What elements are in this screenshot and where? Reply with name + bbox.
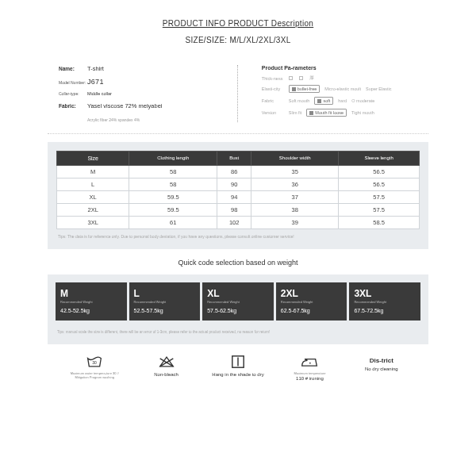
fiber-note: Acrylic fiber 24% spandex 4%	[59, 117, 223, 122]
iron-icon	[275, 354, 344, 370]
weight-tips: Tips: manual scale the size is different…	[56, 325, 420, 336]
param-option: Soft mouth	[289, 98, 310, 103]
care-text: Mitigation Program washing	[60, 376, 129, 379]
table-row: 3XL611023958.5	[57, 216, 420, 228]
table-cell: 58	[129, 178, 217, 190]
weight-card: LRecommended Weight52.5-57.5kg	[129, 282, 201, 321]
weight-label: Recommended Weight	[134, 301, 196, 304]
weight-size: M	[60, 288, 122, 299]
wash-icon: 30	[60, 354, 129, 370]
weight-range: 52.5-57.5kg	[134, 308, 196, 313]
divider	[48, 133, 428, 134]
table-cell: 59.5	[129, 190, 217, 203]
parameters-title: Product Pa-rameters	[262, 65, 428, 71]
weight-container: MRecommended Weight42.5-52.5kgLRecommend…	[48, 274, 428, 344]
table-header: Sleeve length	[339, 151, 420, 165]
weight-card: 3XLRecommended Weight67.5-72.5kg	[349, 282, 420, 321]
care-bleach: Non-bleach	[130, 354, 202, 381]
param-row: VersionSlim fitMouth fit looseTight mout…	[262, 109, 428, 117]
care-dry: Hang in the shade to dry	[202, 354, 274, 381]
size-line: SIZE/SIZE: M/L/XL/2XL/3XL	[48, 36, 428, 44]
param-option	[289, 76, 294, 80]
table-header: Clothing length	[129, 151, 217, 165]
no-bleach-icon	[132, 354, 200, 370]
page-title: PRODUCT INFO PRODUCT Description	[48, 19, 428, 28]
model-label: Model Number:	[59, 81, 87, 86]
table-cell: 57.5	[339, 190, 420, 203]
weight-label: Recommended Weight	[207, 301, 269, 304]
param-label: Version	[262, 110, 289, 115]
param-label: Thick-ness	[262, 76, 289, 81]
quick-heading: Quick code selection based on weight	[48, 259, 428, 267]
table-cell: 98	[217, 203, 251, 216]
hang-dry-icon	[204, 354, 272, 370]
weight-range: 62.5-67.5kg	[281, 308, 343, 313]
weight-label: Recommended Weight	[281, 301, 343, 304]
param-row: Elasti-citybullet-freeMicro-elastic moul…	[262, 85, 428, 93]
table-cell: XL	[57, 190, 129, 203]
table-cell: M	[57, 165, 129, 178]
weight-range: 42.5-52.5kg	[60, 308, 122, 313]
weight-size: L	[134, 288, 196, 299]
param-option: Mouth fit loose	[306, 109, 347, 117]
param-option: bullet-free	[289, 85, 320, 93]
table-cell: 61	[129, 216, 217, 228]
table-row: M58863556.5	[57, 165, 420, 178]
table-cell: 90	[217, 178, 251, 190]
svg-point-5	[309, 363, 311, 364]
attributes-left: Name: T-shirt Model Number: J671 Collar-…	[48, 65, 223, 122]
table-cell: 102	[217, 216, 251, 228]
param-option: Slim fit	[289, 110, 302, 115]
weight-label: Recommended Weight	[60, 301, 122, 304]
param-row: Thick-ness厚	[262, 75, 428, 81]
table-row: 2XL59.5983857.5	[57, 203, 420, 216]
collar-label: Collar-type:	[59, 92, 87, 97]
weight-range: 57.5-62.5kg	[207, 308, 269, 313]
weight-size: XL	[207, 288, 269, 299]
svg-text:30: 30	[92, 360, 97, 365]
param-row: FabricSoft mouthsofthardO moderate	[262, 97, 428, 105]
fabric-label: Fabric:	[59, 103, 87, 109]
weight-size: 3XL	[354, 288, 416, 299]
care-row: 30 Maximum water tempera-ture 30 # Mitig…	[48, 344, 428, 381]
table-row: XL59.5943757.5	[57, 190, 420, 203]
table-header: Size	[57, 151, 129, 165]
name-value: T-shirt	[87, 65, 104, 72]
table-cell: 58	[129, 165, 217, 178]
table-cell: 39	[251, 216, 339, 228]
care-text: Hang in the shade to dry	[204, 372, 272, 377]
param-option: 厚	[309, 75, 314, 81]
care-text: Non-bleach	[132, 372, 200, 377]
param-option: Super Elastic	[366, 86, 391, 91]
weight-card: XLRecommended Weight57.5-62.5kg	[202, 282, 274, 321]
param-option: hard	[338, 98, 347, 103]
table-cell: 57.5	[339, 203, 420, 216]
weight-card: MRecommended Weight42.5-52.5kg	[56, 282, 127, 321]
table-header: Shoulder width	[251, 151, 339, 165]
size-table-tips: Tips: The data is for reference only. Du…	[56, 229, 420, 241]
table-cell: 2XL	[57, 203, 129, 216]
param-label: Fabric	[262, 98, 289, 103]
model-value: J671	[87, 78, 104, 86]
weight-size: 2XL	[281, 288, 343, 299]
table-cell: 86	[217, 165, 251, 178]
care-text: No dry cleaning	[347, 367, 416, 371]
table-cell: 38	[251, 203, 339, 216]
weight-range: 67.5-72.5kg	[354, 308, 416, 313]
care-text: 110 # ironing	[275, 376, 344, 381]
care-dryclean: Dis-trict No dry cleaning	[346, 354, 417, 381]
table-cell: 36	[251, 178, 339, 190]
param-option: O moderate	[351, 98, 374, 103]
fabric-value: Yasel viscose 72% meiyabei	[87, 102, 163, 109]
table-cell: 59.5	[129, 203, 217, 216]
table-cell: 56.5	[339, 165, 420, 178]
param-option: Micro-elastic moult	[324, 86, 361, 91]
table-row: L58903656.5	[57, 178, 420, 190]
parameters-panel: Product Pa-rameters Thick-ness厚Elasti-ci…	[248, 65, 428, 122]
table-cell: 37	[251, 190, 339, 203]
care-iron: Maximum temperature 110 # ironing	[274, 354, 345, 381]
table-cell: 94	[217, 190, 251, 203]
table-cell: L	[57, 178, 129, 190]
collar-value: Middle collar	[87, 91, 112, 96]
table-cell: 3XL	[57, 216, 129, 228]
